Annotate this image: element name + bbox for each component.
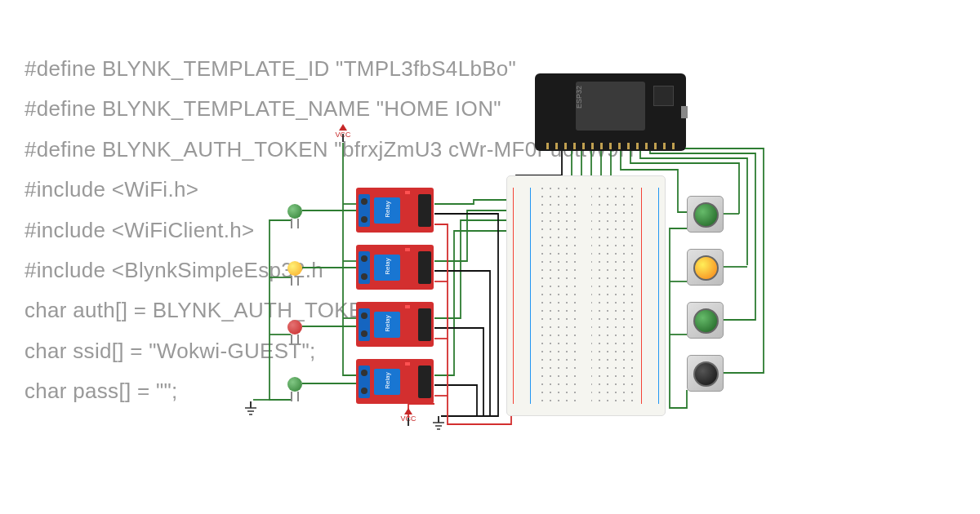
relay-module-2[interactable] (356, 245, 434, 290)
button-housing (687, 302, 724, 339)
relay-pin-header (418, 366, 431, 398)
breadboard-power-rail-right (639, 183, 662, 409)
relay-module-1[interactable] (356, 188, 434, 233)
relay-pin-header (418, 308, 431, 341)
relay-status-led (405, 362, 410, 366)
esp32-pin-header (543, 143, 678, 149)
esp32-chip (653, 86, 674, 106)
gnd-symbol (433, 416, 444, 431)
led-2-yellow[interactable] (287, 261, 302, 276)
relay-pcb (356, 302, 434, 347)
button-cap (693, 308, 719, 334)
relay-screw-terminal (359, 366, 370, 398)
button-housing (687, 355, 724, 392)
relay-pcb (356, 188, 434, 233)
pushbutton-1-green[interactable] (687, 196, 724, 233)
gnd-symbol (245, 401, 256, 416)
pushbutton-4-black[interactable] (687, 355, 724, 392)
relay-module-4[interactable] (356, 359, 434, 404)
breadboard[interactable] (506, 175, 666, 416)
relay-status-led (405, 305, 410, 308)
relay-screw-terminal (359, 308, 370, 341)
relay-coil (374, 255, 400, 281)
relay-pin-header (418, 194, 431, 227)
relay-coil (374, 197, 400, 224)
breadboard-tie-points (538, 184, 634, 407)
relay-screw-terminal (359, 251, 370, 284)
esp32-usb-port (681, 106, 688, 118)
relay-pin-header (418, 251, 431, 284)
breadboard-power-rail-left (510, 183, 533, 409)
relay-status-led (405, 191, 410, 194)
vcc-label: VCC (400, 414, 416, 423)
vcc-symbol: VCC (335, 124, 351, 142)
relay-coil (374, 369, 400, 395)
led-4-green[interactable] (287, 377, 302, 392)
relay-screw-terminal (359, 194, 370, 227)
relay-pcb (356, 359, 434, 404)
relay-status-led (405, 248, 410, 251)
relay-module-3[interactable] (356, 302, 434, 347)
relay-coil (374, 312, 400, 338)
vcc-symbol: VCC (400, 408, 416, 426)
button-cap (693, 361, 719, 387)
esp32-pcb (535, 73, 686, 151)
esp32-board[interactable] (535, 73, 686, 151)
button-housing (687, 196, 724, 233)
button-cap (693, 202, 719, 228)
pushbutton-2-yellow[interactable] (687, 249, 724, 286)
pushbutton-3-green[interactable] (687, 302, 724, 339)
led-1-green[interactable] (287, 204, 302, 219)
relay-pcb (356, 245, 434, 290)
esp32-wifi-shield (576, 82, 645, 131)
circuit-diagram: VCC VCC (0, 0, 980, 514)
button-cap (693, 255, 719, 281)
vcc-label: VCC (335, 131, 350, 139)
button-housing (687, 249, 724, 286)
led-3-red[interactable] (287, 320, 302, 335)
wiring-layer (0, 0, 980, 514)
